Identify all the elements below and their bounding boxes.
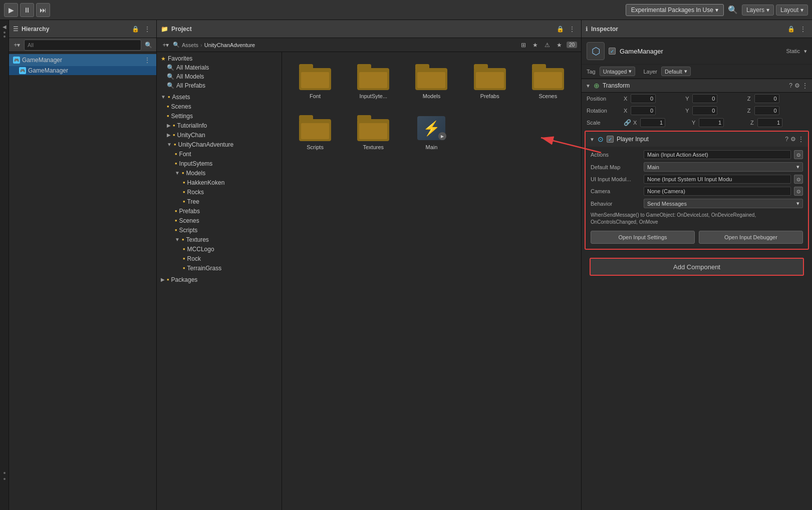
project-add-button[interactable]: +▾: [161, 40, 171, 50]
tree-hakkenkoken[interactable]: ▪ HakkenKoken: [157, 178, 282, 187]
inspector-menu-icon[interactable]: ⋮: [798, 24, 808, 34]
pi-help-icon[interactable]: ?: [785, 136, 788, 143]
pi-actions-row: Actions Main (Input Action Asset) ⊙: [586, 149, 808, 161]
tree-all-materials[interactable]: 🔍 All Materials: [157, 63, 282, 72]
chevron-down-icon: ▾: [715, 7, 718, 14]
file-item-scripts[interactable]: Scripts: [290, 111, 340, 154]
pi-menu-icon[interactable]: ⋮: [798, 136, 804, 143]
tree-favorites-header[interactable]: ★ Favorites: [157, 54, 282, 63]
file-item-prefabs[interactable]: Prefabs: [465, 60, 515, 103]
tree-tutorialinfo[interactable]: ▶ ▪ TutorialInfo: [157, 121, 282, 130]
tree-mcclogo[interactable]: ▪ MCCLogo: [157, 244, 282, 254]
hierarchy-item-gamemanager-root[interactable]: 🎮 GameManager ⋮: [9, 54, 156, 66]
experimental-packages-button[interactable]: Experimental Packages In Use ▾: [626, 4, 724, 16]
tree-models[interactable]: ▼ ▪ Models: [157, 168, 282, 178]
scale-x-input[interactable]: [640, 118, 665, 127]
breadcrumb-assets[interactable]: Assets: [182, 42, 198, 48]
pi-behavior-dropdown[interactable]: Send Messages ▾: [644, 199, 803, 208]
add-component-button[interactable]: Add Component: [590, 258, 804, 276]
file-item-font[interactable]: Font: [290, 60, 340, 103]
search-icon-btn[interactable]: 🔍: [726, 3, 740, 17]
pi-defaultmap-dropdown[interactable]: Main ▾: [644, 162, 803, 172]
layers-dropdown[interactable]: Layers ▾: [742, 5, 774, 16]
search-filter-icon[interactable]: 🔍: [173, 42, 180, 48]
static-dropdown-icon[interactable]: ▾: [804, 48, 807, 55]
file-item-main[interactable]: ⚡ ▶ Main: [406, 111, 456, 154]
inspector-lock-icon[interactable]: 🔒: [786, 24, 796, 34]
pos-y-input[interactable]: [692, 94, 717, 103]
tree-all-models[interactable]: 🔍 All Models: [157, 72, 282, 81]
tag-dropdown[interactable]: Untagged ▾: [600, 67, 636, 76]
layout-dropdown[interactable]: Layout ▾: [776, 5, 808, 16]
tree-all-prefabs[interactable]: 🔍 All Prefabs: [157, 81, 282, 90]
file-item-textures[interactable]: Textures: [348, 111, 398, 154]
hierarchy-menu-icon[interactable]: ⋮: [142, 24, 152, 34]
pi-notification-text: WhenSendMessage() to GameObject: OnDevic…: [586, 210, 808, 228]
layer-dropdown[interactable]: Default ▾: [661, 67, 691, 76]
play-button[interactable]: ▶: [4, 3, 18, 17]
project-lock-icon[interactable]: 🔒: [555, 24, 565, 34]
open-input-settings-button[interactable]: Open Input Settings: [591, 231, 695, 244]
pi-camera-target-btn[interactable]: ⊙: [794, 187, 803, 196]
pi-uimodule-target-btn[interactable]: ⊙: [794, 175, 803, 184]
breadcrumb-unitychanadventure[interactable]: UnityChanAdventure: [204, 42, 255, 48]
pos-x-input[interactable]: [631, 94, 656, 103]
transform-menu-icon[interactable]: ⋮: [802, 82, 808, 89]
hierarchy-lock-icon[interactable]: 🔒: [130, 24, 140, 34]
collapse-arrow-top[interactable]: ◀: [3, 24, 7, 30]
project-star-icon[interactable]: ★: [530, 40, 540, 50]
tree-inputsytems[interactable]: ▪ InputSytems: [157, 159, 282, 168]
file-item-inputsyte[interactable]: InputSyte...: [348, 60, 398, 103]
pi-actions-target-btn[interactable]: ⊙: [794, 150, 803, 159]
tree-unitychan[interactable]: ▶ ▪ UnityChan: [157, 130, 282, 140]
tree-rocks[interactable]: ▪ Rocks: [157, 187, 282, 197]
tree-packages[interactable]: ▶ ▪ Packages: [157, 275, 282, 284]
add-hierarchy-button[interactable]: +▾: [12, 40, 22, 50]
transform-collapse-arrow[interactable]: ▼: [586, 83, 591, 89]
pi-active-checkbox[interactable]: ✓: [607, 136, 614, 143]
folder-icon-tree: ▪: [183, 198, 185, 205]
open-input-debugger-button[interactable]: Open Input Debugger: [699, 231, 803, 244]
tree-scenes[interactable]: ▪ Scenes: [157, 102, 282, 111]
tree-prefabs[interactable]: ▪ Prefabs: [157, 206, 282, 216]
tree-tree[interactable]: ▪ Tree: [157, 197, 282, 206]
project-menu-icon[interactable]: ⋮: [567, 24, 577, 34]
tree-terraingrass[interactable]: ▪ TerrainGrass: [157, 263, 282, 273]
tree-font[interactable]: ▪ Font: [157, 149, 282, 159]
file-item-models[interactable]: Models: [406, 60, 456, 103]
rot-y-input[interactable]: [692, 106, 717, 115]
hierarchy-item-gamemanager-child[interactable]: 🎮 GameManager: [9, 66, 156, 75]
hierarchy-search-icon[interactable]: 🔍: [143, 40, 153, 50]
step-button[interactable]: ⏭: [36, 3, 50, 17]
file-item-scenes[interactable]: Scenes: [523, 60, 573, 103]
tree-rock[interactable]: ▪ Rock: [157, 254, 282, 263]
project-fav-icon[interactable]: ★: [555, 40, 565, 50]
pi-actions-text: Main (Input Action Asset): [647, 152, 708, 158]
hierarchy-search-input[interactable]: [24, 40, 141, 51]
scale-z-input[interactable]: [757, 118, 782, 127]
project-view-icon[interactable]: ⊞: [518, 40, 528, 50]
rot-z-input[interactable]: [754, 106, 779, 115]
pos-z-input[interactable]: [754, 94, 779, 103]
transform-section-header: ▼ ⊕ Transform ? ⚙ ⋮: [582, 79, 812, 93]
tree-unitychanadventure[interactable]: ▼ ▪ UnityChanAdventure: [157, 140, 282, 149]
tree-scripts[interactable]: ▪ Scripts: [157, 225, 282, 235]
tree-settings[interactable]: ▪ Settings: [157, 111, 282, 121]
tree-scenes2[interactable]: ▪ Scenes: [157, 216, 282, 225]
pi-collapse-arrow[interactable]: ▼: [590, 137, 595, 142]
transform-settings-icon[interactable]: ⚙: [794, 82, 800, 89]
gameobj-active-checkbox[interactable]: ✓: [609, 48, 616, 55]
tree-textures[interactable]: ▼ ▪ Textures: [157, 235, 282, 244]
scale-y-input[interactable]: [699, 118, 724, 127]
hierarchy-item-menu-1[interactable]: ⋮: [142, 55, 152, 65]
pi-settings-icon[interactable]: ⚙: [790, 136, 796, 143]
file-label-scenes: Scenes: [539, 93, 558, 99]
transform-help-icon[interactable]: ?: [789, 82, 792, 89]
pi-defaultmap-label: Default Map: [591, 164, 641, 170]
pos-x-letter: X: [624, 96, 630, 102]
project-alert-icon[interactable]: ⚠: [543, 40, 553, 50]
rot-x-input[interactable]: [631, 106, 656, 115]
tree-assets[interactable]: ▼ ▪ Assets: [157, 92, 282, 102]
scale-link-icon[interactable]: 🔗: [624, 119, 631, 126]
pause-button[interactable]: ⏸: [20, 3, 34, 17]
